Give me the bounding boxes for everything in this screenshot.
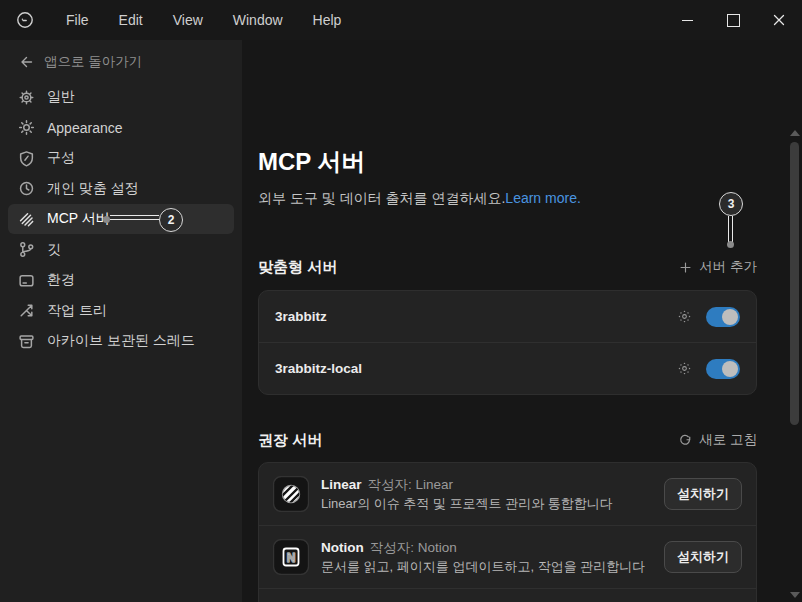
install-button[interactable]: 설치하기 (664, 478, 742, 510)
worktree-icon (18, 302, 35, 319)
sidebar-item-archived-threads[interactable]: 아카이브 보관된 스레드 (8, 326, 234, 356)
brightness-icon (18, 119, 35, 136)
settings-window: File Edit View Window Help 앱으로 돌아가기 (0, 0, 802, 602)
notion-logo: N (273, 539, 309, 575)
app-logo-circle-icon (13, 8, 37, 32)
sidebar-item-label: Appearance (47, 120, 123, 136)
recommended-row-figma: Figma작성자: Figma 설치하기 (259, 588, 756, 602)
scroll-up-arrow-icon[interactable] (790, 130, 800, 136)
sidebar-item-worktree[interactable]: 작업 트리 (8, 296, 234, 326)
title-bar: File Edit View Window Help (0, 0, 802, 40)
page-title: MCP 서버 (258, 146, 757, 178)
server-toggle-on[interactable] (706, 359, 740, 379)
sidebar-item-label: MCP 서버 (47, 210, 110, 228)
sidebar-item-label: 아카이브 보관된 스레드 (47, 332, 195, 350)
server-name: 3rabbitz (275, 309, 327, 324)
svg-text:N: N (287, 551, 296, 565)
recommended-server-name: Linear (321, 477, 362, 492)
server-settings-button[interactable] (677, 361, 692, 376)
server-toggle-on[interactable] (706, 307, 740, 327)
sidebar-item-environment[interactable]: 환경 (8, 265, 234, 295)
sidebar-item-mcp-servers[interactable]: MCP 서버 (8, 204, 234, 234)
menu-help[interactable]: Help (298, 0, 357, 40)
refresh-button[interactable]: 새로 고침 (678, 431, 757, 449)
install-button[interactable]: 설치하기 (664, 541, 742, 573)
mcp-hatch-icon (18, 211, 35, 228)
menu-edit[interactable]: Edit (104, 0, 158, 40)
page-subtitle: 외부 도구 및 데이터 출처를 연결하세요.Learn more. (258, 188, 757, 208)
back-arrow-icon (18, 54, 34, 70)
recommended-server-description: 문서를 읽고, 페이지를 업데이트하고, 작업을 관리합니다 (321, 559, 645, 575)
recommended-server-name: Notion (321, 540, 364, 555)
server-row-3rabbitz-local: 3rabbitz-local (259, 342, 756, 394)
custom-servers-title: 맞춤형 서버 (258, 258, 337, 277)
recommended-servers-header: 권장 서버 새로 고침 (258, 430, 757, 450)
back-link-label: 앱으로 돌아가기 (44, 53, 142, 71)
gear-icon (18, 89, 35, 106)
close-icon (772, 13, 786, 27)
toggle-knob (722, 361, 738, 377)
sidebar-item-personalization[interactable]: 개인 맞춤 설정 (8, 174, 234, 204)
minimize-icon (682, 20, 693, 21)
sidebar-item-general[interactable]: 일반 (8, 82, 234, 112)
sidebar-item-label: 개인 맞춤 설정 (47, 180, 139, 198)
sidebar-item-git[interactable]: 깃 (8, 235, 234, 265)
menu-view[interactable]: View (158, 0, 218, 40)
scroll-down-arrow-icon[interactable] (790, 592, 800, 598)
minimize-button[interactable] (664, 0, 710, 40)
window-controls (664, 0, 802, 40)
toggle-knob (722, 309, 738, 325)
add-server-label: 서버 추가 (699, 258, 757, 276)
sidebar-item-label: 구성 (47, 149, 75, 167)
scrollbar-thumb[interactable] (790, 142, 799, 425)
sidebar-item-label: 환경 (47, 271, 75, 289)
recommended-server-description: Linear의 이슈 추적 및 프로젝트 관리와 통합합니다 (321, 496, 613, 512)
refresh-label: 새로 고침 (699, 431, 757, 449)
back-to-app-link[interactable]: 앱으로 돌아가기 (8, 48, 234, 76)
recommended-server-author: 작성자: Linear (368, 477, 454, 492)
recommended-row-linear: Linear작성자: Linear Linear의 이슈 추적 및 프로젝트 관… (259, 463, 756, 525)
sidebar-item-appearance[interactable]: Appearance (8, 113, 234, 143)
maximize-button[interactable] (710, 0, 756, 40)
menu-file[interactable]: File (51, 0, 104, 40)
recommended-server-author: 작성자: Notion (370, 540, 457, 555)
terminal-window-icon (18, 272, 35, 289)
server-row-3rabbitz: 3rabbitz (259, 291, 756, 342)
refresh-icon (678, 433, 692, 447)
sidebar-item-label: 일반 (47, 88, 75, 106)
learn-more-link[interactable]: Learn more. (505, 190, 580, 206)
custom-servers-header: 맞춤형 서버 서버 추가 (258, 257, 757, 277)
close-button[interactable] (756, 0, 802, 40)
sidebar-item-configuration[interactable]: 구성 (8, 143, 234, 173)
settings-sidebar: 앱으로 돌아가기 일반 Appearance 구성 (0, 40, 242, 602)
shield-icon (18, 150, 35, 167)
sidebar-item-label: 작업 트리 (47, 302, 107, 320)
custom-servers-card: 3rabbitz 3rabbitz-local (258, 290, 757, 395)
menu-window[interactable]: Window (218, 0, 298, 40)
sidebar-item-label: 깃 (47, 241, 61, 259)
recommended-servers-title: 권장 서버 (258, 431, 322, 450)
subtitle-text: 외부 도구 및 데이터 출처를 연결하세요. (258, 190, 505, 206)
archive-icon (18, 333, 35, 350)
recommended-servers-card: Linear작성자: Linear Linear의 이슈 추적 및 프로젝트 관… (258, 462, 757, 602)
plus-icon (679, 261, 692, 274)
vertical-scrollbar (788, 126, 801, 602)
recommended-row-notion: N Notion작성자: Notion 문서를 읽고, 페이지를 업데이트하고,… (259, 525, 756, 588)
git-branch-icon (18, 241, 35, 258)
maximize-icon (727, 14, 740, 27)
server-settings-button[interactable] (677, 309, 692, 324)
server-name: 3rabbitz-local (275, 361, 362, 376)
mcp-servers-panel: MCP 서버 외부 도구 및 데이터 출처를 연결하세요.Learn more.… (242, 40, 802, 602)
linear-logo (273, 476, 309, 512)
clock-icon (18, 180, 35, 197)
add-server-button[interactable]: 서버 추가 (679, 258, 757, 276)
